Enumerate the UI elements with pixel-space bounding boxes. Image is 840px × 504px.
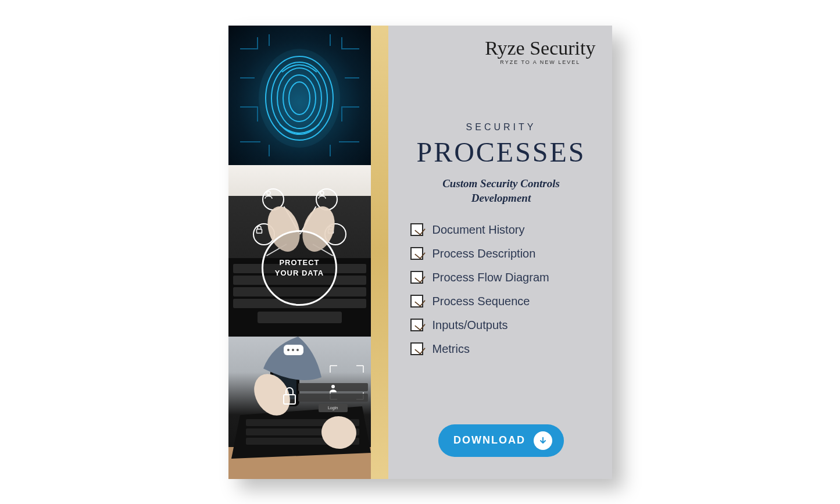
check-label: Inputs/Outputs xyxy=(432,319,508,332)
svg-point-30 xyxy=(296,349,299,351)
brand-tagline: RYZE TO A NEW LEVEL xyxy=(485,59,595,65)
login-button-graphic: Login xyxy=(319,404,348,412)
checklist: Document History Process Description Pro… xyxy=(407,223,596,356)
fingerprint-image xyxy=(228,26,371,165)
protect-data-badge: PROTECT YOUR DATA xyxy=(262,230,337,306)
svg-point-5 xyxy=(259,49,340,148)
promo-card: PROTECT YOUR DATA xyxy=(228,26,612,479)
check-item: Metrics xyxy=(410,342,596,356)
svg-rect-17 xyxy=(258,312,342,323)
download-button[interactable]: DOWNLOAD xyxy=(438,424,564,457)
checkmark-icon xyxy=(410,271,423,284)
download-arrow-icon xyxy=(534,431,552,450)
password-field xyxy=(298,394,368,402)
checkmark-icon xyxy=(410,247,423,260)
checkmark-icon xyxy=(410,342,423,355)
svg-rect-31 xyxy=(284,395,295,404)
protect-line-2: YOUR DATA xyxy=(275,269,324,277)
check-item: Process Description xyxy=(410,247,596,260)
checkmark-icon xyxy=(410,319,423,331)
kicker: SECURITY xyxy=(407,122,596,133)
svg-point-32 xyxy=(331,385,335,388)
svg-point-29 xyxy=(292,349,294,351)
check-item: Inputs/Outputs xyxy=(410,319,596,332)
heading-block: SECURITY PROCESSES Custom Security Contr… xyxy=(407,122,596,206)
protect-data-image: PROTECT YOUR DATA xyxy=(228,165,371,337)
image-column: PROTECT YOUR DATA xyxy=(228,26,371,479)
checkmark-icon xyxy=(410,223,423,236)
title: PROCESSES xyxy=(407,136,596,168)
check-label: Process Description xyxy=(432,247,536,260)
brand-block: Ryze Security RYZE TO A NEW LEVEL xyxy=(485,38,595,65)
check-label: Process Sequence xyxy=(432,295,530,308)
subtitle: Custom Security Controls Development xyxy=(407,176,596,206)
check-item: Process Flow Diagram xyxy=(410,271,596,284)
brand-name: Ryze Security xyxy=(485,38,595,58)
gold-divider xyxy=(371,26,388,479)
login-image: Login xyxy=(228,337,371,479)
check-item: Document History xyxy=(410,223,596,237)
checkmark-icon xyxy=(410,295,423,308)
content-panel: Ryze Security RYZE TO A NEW LEVEL SECURI… xyxy=(388,26,612,479)
svg-point-28 xyxy=(287,349,289,351)
download-label: DOWNLOAD xyxy=(453,434,526,446)
fingerprint-icon xyxy=(228,26,371,165)
person-icon xyxy=(328,383,338,394)
check-label: Document History xyxy=(432,223,525,237)
protect-line-1: PROTECT xyxy=(279,258,319,267)
login-form-overlay: Login xyxy=(298,383,368,412)
check-item: Process Sequence xyxy=(410,295,596,308)
check-label: Metrics xyxy=(432,342,470,356)
check-label: Process Flow Diagram xyxy=(432,271,549,284)
